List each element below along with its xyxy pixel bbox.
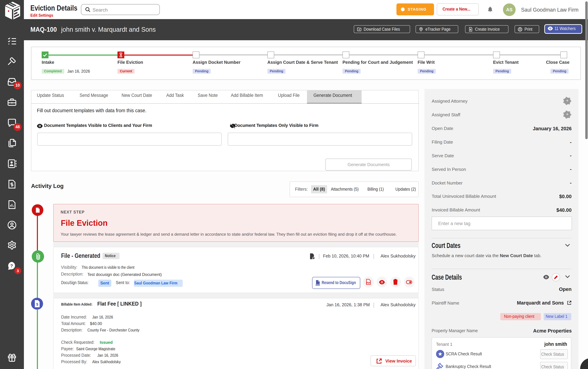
svg-text:$: $ bbox=[36, 302, 38, 306]
svg-text:PDF: PDF bbox=[366, 282, 370, 284]
svg-text:?: ? bbox=[10, 263, 13, 268]
